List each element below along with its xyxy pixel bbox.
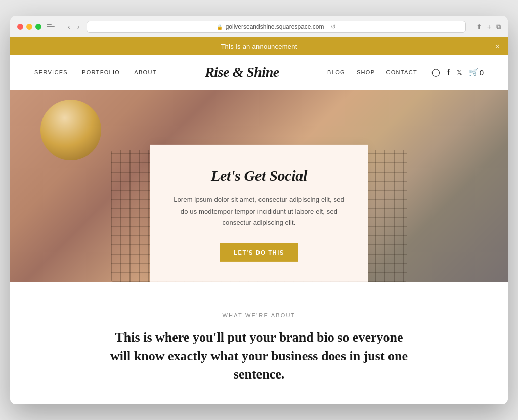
- cart-icon[interactable]: 🛒0: [469, 68, 484, 77]
- website-content: This is an announcement × SERVICES PORTF…: [10, 37, 508, 404]
- nav-shop-link[interactable]: SHOP: [357, 69, 375, 75]
- browser-actions: ⬆︎ + ⧉: [476, 23, 501, 31]
- tabs-icon[interactable]: ⧉: [496, 23, 501, 31]
- close-button[interactable]: [17, 24, 23, 30]
- hero-card-title: Let's Get Social: [170, 167, 348, 184]
- nav-right-links: BLOG SHOP CONTACT: [327, 69, 417, 75]
- about-section: WHAT WE'RE ABOUT This is where you'll pu…: [10, 282, 508, 404]
- fullscreen-button[interactable]: [35, 24, 41, 30]
- about-label: WHAT WE'RE ABOUT: [34, 312, 484, 318]
- nav-portfolio-link[interactable]: PORTFOLIO: [82, 69, 120, 75]
- nav-contact-link[interactable]: CONTACT: [386, 69, 417, 75]
- back-button[interactable]: ‹: [66, 22, 72, 32]
- sidebar-toggle[interactable]: [47, 24, 55, 30]
- new-tab-icon[interactable]: +: [487, 23, 491, 31]
- browser-chrome: ‹ › 🔒 goliverseandshine.squarespace.com …: [10, 16, 508, 37]
- twitter-icon[interactable]: 𝕏: [457, 69, 462, 76]
- nav-services-link[interactable]: SERVICES: [34, 69, 68, 75]
- announcement-text: This is an announcement: [221, 43, 297, 50]
- forward-button[interactable]: ›: [75, 22, 82, 32]
- cart-count: 0: [480, 68, 484, 77]
- url-text: goliverseandshine.squarespace.com: [226, 23, 324, 30]
- announcement-close-button[interactable]: ×: [495, 42, 500, 51]
- about-title: This is where you'll put your brand bio …: [107, 328, 411, 384]
- browser-window: ‹ › 🔒 goliverseandshine.squarespace.com …: [10, 16, 508, 404]
- facebook-icon[interactable]: f: [447, 68, 450, 76]
- share-icon[interactable]: ⬆︎: [476, 23, 482, 31]
- announcement-bar: This is an announcement ×: [10, 37, 508, 55]
- hero-cta-button[interactable]: LET'S DO THIS: [220, 243, 298, 262]
- minimize-button[interactable]: [26, 24, 32, 30]
- browser-nav-controls: ‹ ›: [66, 22, 81, 32]
- navigation: SERVICES PORTFOLIO ABOUT Rise & Shine BL…: [10, 55, 508, 90]
- reload-icon[interactable]: ↺: [331, 23, 336, 30]
- nav-left-links: SERVICES PORTFOLIO ABOUT: [34, 69, 157, 75]
- nav-blog-link[interactable]: BLOG: [327, 69, 346, 75]
- site-logo[interactable]: Rise & Shine: [205, 64, 279, 80]
- nav-social-icons: ◯ f 𝕏 🛒0: [431, 68, 484, 77]
- traffic-lights: [17, 24, 41, 30]
- address-bar[interactable]: 🔒 goliverseandshine.squarespace.com ↺: [87, 21, 465, 33]
- hero-card-text: Lorem ipsum dolor sit amet, consectur ad…: [170, 194, 348, 228]
- hero-section: Let's Get Social Lorem ipsum dolor sit a…: [10, 90, 508, 282]
- nav-about-link[interactable]: ABOUT: [134, 69, 157, 75]
- ssl-lock-icon: 🔒: [217, 24, 223, 30]
- hero-card: Let's Get Social Lorem ipsum dolor sit a…: [150, 145, 368, 281]
- instagram-icon[interactable]: ◯: [431, 68, 440, 77]
